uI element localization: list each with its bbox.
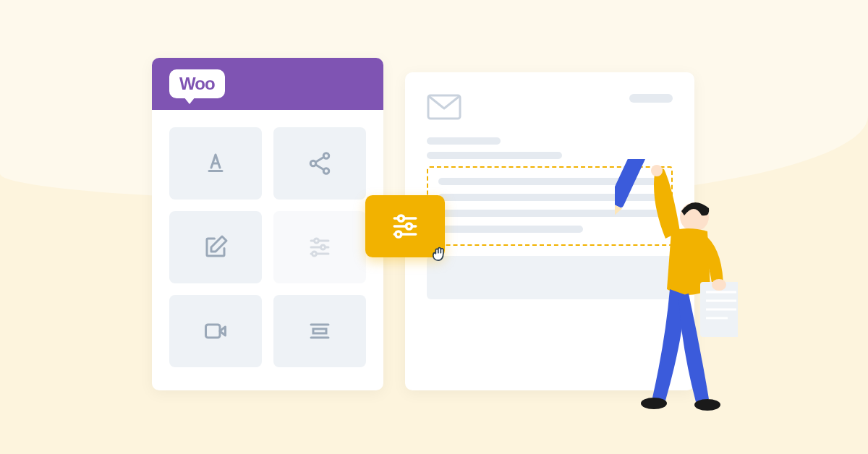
svg-point-36 [712, 279, 726, 291]
svg-point-38 [694, 399, 720, 411]
illustration-scene: Woo [152, 58, 716, 419]
tool-share[interactable] [273, 127, 366, 200]
dragged-sliders-tile[interactable] [365, 195, 445, 257]
email-header [427, 94, 673, 120]
layout-icon [307, 318, 333, 344]
svg-point-18 [398, 215, 404, 221]
tool-text[interactable] [169, 127, 262, 200]
tool-edit[interactable] [169, 211, 262, 283]
svg-line-4 [315, 157, 323, 162]
svg-rect-14 [313, 329, 326, 333]
woo-header: Woo [152, 58, 383, 110]
video-icon [203, 318, 229, 344]
svg-point-7 [315, 239, 319, 243]
svg-point-37 [641, 398, 667, 409]
email-intro-lines [427, 137, 673, 159]
svg-rect-12 [206, 325, 221, 338]
gmail-icon [427, 94, 461, 120]
builder-panel: Woo [152, 58, 383, 390]
person-illustration [615, 159, 738, 419]
text-icon [203, 150, 229, 176]
svg-point-9 [321, 245, 326, 249]
cursor-grab-icon [429, 244, 449, 265]
svg-point-22 [396, 231, 401, 237]
tool-layout[interactable] [273, 295, 366, 367]
tool-video[interactable] [169, 295, 262, 367]
edit-icon [203, 234, 229, 260]
share-icon [307, 150, 333, 176]
email-header-placeholder [629, 94, 673, 103]
svg-point-11 [312, 252, 317, 256]
tool-sliders-ghost[interactable] [273, 211, 366, 283]
svg-point-20 [406, 223, 412, 229]
woo-logo: Woo [169, 69, 225, 98]
sliders-icon [307, 234, 333, 260]
svg-point-39 [651, 165, 663, 176]
tool-grid [152, 110, 383, 385]
svg-line-5 [315, 165, 323, 170]
sliders-icon [389, 210, 421, 242]
